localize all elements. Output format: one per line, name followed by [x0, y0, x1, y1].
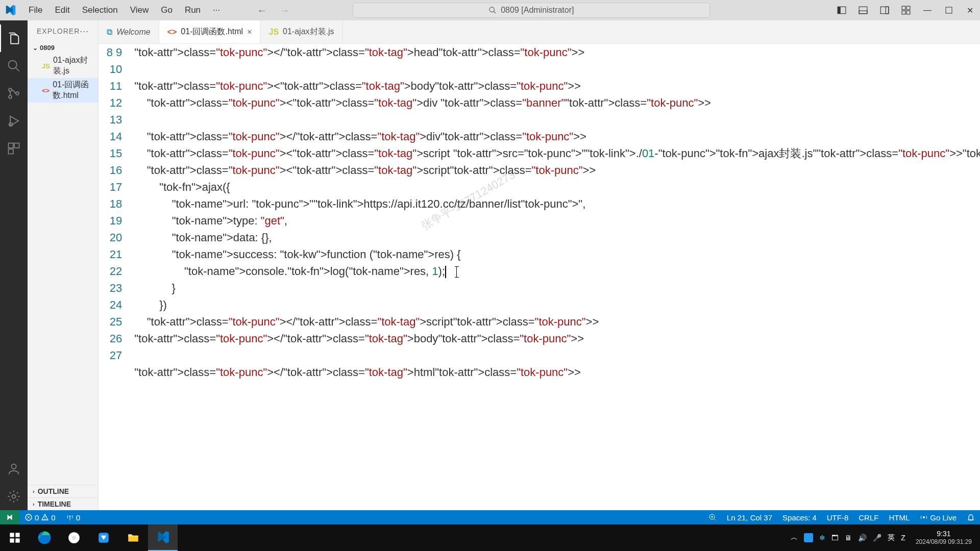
- remote-indicator-icon[interactable]: [0, 510, 19, 524]
- svg-rect-6: [880, 7, 889, 14]
- layout-customize-icon[interactable]: [900, 5, 912, 16]
- explorer-sidebar: EXPLORER ··· ⌄ 0809 JS 01-ajax封装.js <> 0…: [28, 20, 99, 510]
- svg-rect-38: [15, 533, 19, 537]
- file-item-html[interactable]: <> 01-回调函数.html: [28, 78, 98, 103]
- menu-edit[interactable]: Edit: [48, 0, 76, 20]
- svg-rect-5: [859, 11, 867, 14]
- tab-js-file[interactable]: JS 01-ajax封装.js: [260, 20, 342, 43]
- html-file-icon: <>: [42, 87, 50, 94]
- activity-source-control-icon[interactable]: [0, 80, 28, 107]
- svg-point-16: [9, 95, 12, 98]
- layout-sidebar-right-icon[interactable]: [879, 5, 890, 16]
- tab-bar: ⧉ Welcome <> 01-回调函数.html × JS 01-ajax封装…: [99, 20, 980, 44]
- window-maximize-icon[interactable]: [943, 5, 954, 16]
- js-file-icon: JS: [42, 62, 50, 70]
- command-center-text: 0809 [Administrator]: [501, 6, 574, 15]
- tab-welcome[interactable]: ⧉ Welcome: [99, 20, 159, 43]
- status-eol[interactable]: CRLF: [853, 513, 884, 522]
- svg-point-13: [9, 61, 17, 69]
- svg-line-14: [16, 68, 19, 71]
- svg-rect-21: [9, 149, 13, 154]
- error-icon: [24, 513, 33, 521]
- status-ports[interactable]: 0: [61, 510, 85, 524]
- window-close-icon[interactable]: ✕: [965, 5, 976, 16]
- status-golive[interactable]: Go Live: [915, 513, 962, 522]
- svg-point-17: [16, 92, 19, 95]
- menu-file[interactable]: File: [22, 0, 48, 20]
- start-button-icon[interactable]: [0, 524, 30, 551]
- tray-ime2[interactable]: Z: [901, 534, 905, 542]
- status-problems[interactable]: 0 0: [19, 510, 61, 524]
- tab-label: Welcome: [116, 28, 150, 37]
- code-editor[interactable]: 8 9 10 11 12 13 14 15 16 17 18 19 20 21 …: [99, 44, 980, 510]
- tray-ime1[interactable]: 英: [888, 533, 895, 542]
- layout-sidebar-left-icon[interactable]: [836, 5, 847, 16]
- tray-network-icon[interactable]: 🖥: [845, 534, 852, 542]
- tray-date[interactable]: 2024/08/09 09:31:29: [912, 538, 976, 545]
- explorer-more-icon[interactable]: ···: [80, 26, 89, 37]
- menu-more-icon[interactable]: ···: [207, 0, 226, 20]
- vscode-icon: ⧉: [107, 28, 112, 37]
- vscode-logo-icon: [4, 4, 16, 16]
- svg-rect-20: [14, 143, 19, 148]
- chevron-right-icon: ›: [33, 488, 35, 494]
- warning-icon: [41, 513, 49, 521]
- window-minimize-icon[interactable]: —: [922, 5, 933, 16]
- folder-root[interactable]: ⌄ 0809: [28, 42, 98, 54]
- activity-search-icon[interactable]: [0, 52, 28, 80]
- menu-selection[interactable]: Selection: [76, 0, 124, 20]
- editor-area: ⧉ Welcome <> 01-回调函数.html × JS 01-ajax封装…: [99, 20, 980, 510]
- menu-view[interactable]: View: [124, 0, 155, 20]
- tab-close-icon[interactable]: ×: [247, 28, 252, 37]
- taskbar-app1-icon[interactable]: [59, 524, 89, 551]
- file-item-js[interactable]: JS 01-ajax封装.js: [28, 54, 98, 78]
- windows-taskbar: ︿ ❄ 🗔 🖥 🔊 🎤 英 Z 9:31 2024/08/09 09:31:29: [0, 524, 980, 551]
- tray-app-icon[interactable]: ❄: [819, 534, 825, 542]
- svg-point-30: [45, 518, 46, 519]
- outline-label: OUTLINE: [38, 487, 69, 495]
- status-notifications-icon[interactable]: [962, 513, 980, 521]
- activity-explorer-icon[interactable]: [0, 24, 28, 52]
- activity-settings-icon[interactable]: [0, 483, 28, 510]
- svg-rect-19: [9, 143, 13, 148]
- status-encoding[interactable]: UTF-8: [822, 513, 854, 522]
- broadcast-icon: [920, 513, 928, 521]
- outline-section[interactable]: › OUTLINE: [28, 485, 98, 497]
- taskbar-edge-icon[interactable]: [30, 524, 59, 551]
- tray-chevron-icon[interactable]: ︿: [791, 533, 798, 542]
- tray-volume-icon[interactable]: 🔊: [858, 534, 867, 542]
- svg-rect-8: [902, 6, 905, 10]
- menu-run[interactable]: Run: [179, 0, 207, 20]
- timeline-label: TIMELINE: [38, 500, 71, 508]
- menu-go[interactable]: Go: [155, 0, 179, 20]
- taskbar-file-explorer-icon[interactable]: [118, 524, 148, 551]
- status-cursor-position[interactable]: Ln 21, Col 37: [722, 513, 777, 522]
- tray-time[interactable]: 9:31: [912, 530, 976, 538]
- error-count: 0: [35, 513, 39, 522]
- nav-back-icon[interactable]: ←: [257, 5, 267, 16]
- ports-count: 0: [76, 513, 80, 522]
- tray-battery-icon[interactable]: 🗔: [831, 534, 839, 542]
- timeline-section[interactable]: › TIMELINE: [28, 497, 98, 510]
- svg-point-0: [489, 7, 494, 12]
- activity-run-debug-icon[interactable]: [0, 107, 28, 135]
- nav-forward-icon[interactable]: →: [279, 5, 289, 16]
- taskbar-vscode-icon[interactable]: [148, 524, 178, 551]
- code-content[interactable]: "tok-attr">class="tok-punc"></"tok-attr"…: [134, 44, 980, 510]
- svg-rect-40: [15, 538, 19, 542]
- warning-count: 0: [51, 513, 55, 522]
- status-language[interactable]: HTML: [884, 513, 915, 522]
- status-zoom-icon[interactable]: [703, 513, 722, 521]
- layout-panel-icon[interactable]: [857, 5, 869, 16]
- taskbar-app2-icon[interactable]: [89, 524, 118, 551]
- tray-app-icon[interactable]: [804, 533, 813, 542]
- svg-point-22: [11, 464, 16, 469]
- activity-account-icon[interactable]: [0, 455, 28, 483]
- tray-mic-icon[interactable]: 🎤: [873, 534, 881, 542]
- line-gutter: 8 9 10 11 12 13 14 15 16 17 18 19 20 21 …: [99, 44, 134, 510]
- status-indentation[interactable]: Spaces: 4: [777, 513, 822, 522]
- activity-extensions-icon[interactable]: [0, 135, 28, 162]
- command-center[interactable]: 0809 [Administrator]: [353, 3, 710, 18]
- tab-active-file[interactable]: <> 01-回调函数.html ×: [159, 20, 261, 43]
- svg-point-15: [9, 88, 12, 91]
